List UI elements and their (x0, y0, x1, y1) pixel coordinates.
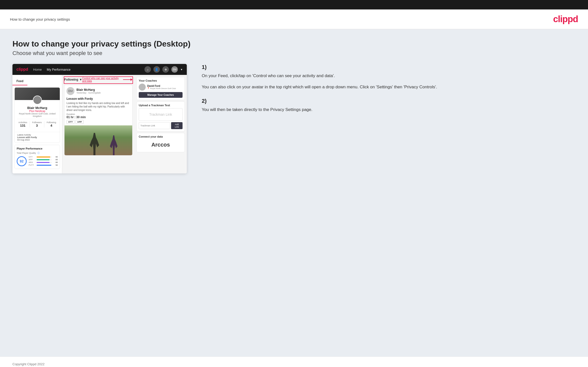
profile-badge: Plus Handicap (17, 110, 57, 112)
profile-banner (15, 88, 60, 100)
post-user-info: Blair McHarg Yesterday · Sunningdale (76, 88, 101, 94)
manage-coaches-button[interactable]: Manage Your Coaches (139, 92, 183, 98)
latest-activity: Latest Activity Lesson with Fordy 03 Aug… (15, 132, 60, 143)
trackman-card: Upload a Trackman Test Trackman Link Add… (136, 102, 185, 131)
control-privacy-link[interactable]: Control who can see your activity and da… (82, 77, 122, 82)
trackman-link-box: Trackman Link (139, 108, 183, 121)
site-header: How to change your privacy settings clip… (0, 9, 588, 29)
profile-avatar (33, 96, 42, 105)
content-row: clippd Home My Performance ⌕ 👤 ⊕ BM ▼ Fe… (12, 64, 576, 173)
coaches-card: Your Coaches David Ford 📍 Royal North De… (136, 77, 185, 100)
step-1-block: 1) On your Feed, click/tap on 'Control w… (202, 64, 571, 90)
arrow-line (123, 79, 131, 80)
stat-activities: Activities 131 (18, 121, 27, 127)
bar-app: APP 85 (29, 158, 58, 161)
post-avatar: BM (66, 87, 74, 95)
tag-app: APP (75, 120, 84, 124)
app-sidebar: Feed Blair McHarg Plus Handicap Royal No… (12, 75, 62, 173)
dropdown-arrow: ▼ (79, 78, 82, 81)
bar-putt: PUTT 96 (29, 164, 58, 166)
app-nav-icons: ⌕ 👤 ⊕ BM ▼ (144, 66, 183, 73)
search-icon[interactable]: ⌕ (144, 66, 151, 73)
top-bar (0, 0, 588, 9)
step-1-text-2: You can also click on your avatar in the… (202, 84, 571, 90)
following-section: Following ▼ Control who can see your act… (64, 77, 132, 83)
connect-data-title: Connect your data (139, 135, 183, 138)
step-2-number: 2) (202, 98, 571, 104)
coach-avatar (139, 84, 146, 91)
coach-item: David Ford 📍 Royal North Devon Golf Club (139, 84, 183, 91)
duration-value: 01 hr : 30 min (66, 115, 86, 119)
page-title-block: How to change your privacy settings (Des… (12, 39, 576, 56)
post-image (65, 125, 132, 155)
coach-club: 📍 Royal North Devon Golf Club (147, 87, 176, 90)
app-nav: clippd Home My Performance ⌕ 👤 ⊕ BM ▼ (12, 64, 187, 75)
step-2-text: You will then be taken directly to the P… (202, 106, 571, 113)
trackman-title: Upload a Trackman Test (139, 104, 183, 107)
bar-ott: OTT 90 (29, 156, 58, 158)
trackman-input-row: Add Link (139, 122, 183, 129)
step-1-number: 1) (202, 64, 571, 70)
globe-icon[interactable]: ⊕ (162, 66, 169, 73)
app-nav-home[interactable]: Home (33, 68, 42, 71)
stat-followers-value: 3 (32, 124, 42, 127)
app-nav-my-performance[interactable]: My Performance (47, 68, 70, 71)
main-content: How to change your privacy settings (Des… (0, 29, 588, 357)
quality-score: 92 (17, 156, 27, 166)
feed-post: BM Blair McHarg Yesterday · Sunningdale … (64, 85, 132, 156)
page-title: How to change your privacy settings (Des… (12, 39, 576, 49)
feed-main: Following ▼ Control who can see your act… (62, 75, 134, 173)
app-body: Feed Blair McHarg Plus Handicap Royal No… (12, 75, 187, 173)
stat-followers-label: Followers (32, 121, 42, 124)
bar-arg: ARG 86 (29, 161, 58, 163)
divider2 (44, 121, 44, 127)
profile-club: Royal North Devon Golf Club, United King… (17, 112, 57, 117)
divider (30, 121, 30, 127)
post-duration: Duration 01 hr : 30 min (66, 113, 130, 119)
stat-following-value: 4 (47, 124, 56, 127)
post-meta: Yesterday · Sunningdale (76, 92, 101, 94)
step-2-block: 2) You will then be taken directly to th… (202, 98, 571, 113)
trackman-input[interactable] (139, 122, 170, 129)
quality-bars: OTT 90 APP 85 ARG (29, 156, 58, 167)
following-button[interactable]: Following ▼ (64, 78, 82, 81)
post-title: Lesson with Fordy (66, 97, 130, 101)
add-link-button[interactable]: Add Link (171, 122, 183, 129)
arccos-brand: Arccos (139, 140, 183, 150)
person-icon[interactable]: 👤 (153, 66, 160, 73)
profile-name: Blair McHarg (17, 106, 57, 110)
feed-tab[interactable]: Feed (12, 77, 27, 85)
profile-card: Blair McHarg Plus Handicap Royal North D… (14, 87, 60, 143)
app-screenshot-mockup: clippd Home My Performance ⌕ 👤 ⊕ BM ▼ Fe… (12, 64, 187, 173)
step-1-text-1: On your Feed, click/tap on 'Control who … (202, 72, 571, 79)
coach-info: David Ford 📍 Royal North Devon Golf Club (147, 85, 176, 90)
page-subtitle: Choose what you want people to see (12, 50, 576, 56)
stat-following: Following 4 (47, 121, 56, 127)
latest-activity-label: Latest Activity (17, 134, 57, 136)
dropdown-chevron[interactable]: ▼ (180, 68, 183, 71)
location-icon: 📍 (147, 87, 150, 90)
player-performance: Player Performance Total Player Quality … (14, 145, 60, 169)
profile-stats: Activities 131 Followers 3 (17, 119, 57, 129)
instructions-panel: 1) On your Feed, click/tap on 'Control w… (197, 64, 576, 121)
user-avatar[interactable]: BM (171, 66, 178, 73)
breadcrumb: How to change your privacy settings (10, 17, 70, 21)
site-footer: Copyright Clippd 2022 (0, 357, 588, 367)
app-nav-links: Home My Performance (33, 68, 144, 71)
info-icon[interactable]: ⓘ (37, 152, 40, 154)
stat-followers: Followers 3 (32, 121, 42, 127)
stat-activities-value: 131 (18, 124, 27, 127)
quality-row: 92 OTT 90 APP 85 (17, 156, 58, 167)
coaches-card-title: Your Coaches (139, 79, 183, 82)
profile-info: Blair McHarg Plus Handicap Royal North D… (15, 100, 60, 132)
arrow-right (123, 78, 132, 81)
golfer-figure-2 (109, 135, 119, 155)
tag-ott: OTT (66, 120, 74, 124)
footer-copyright: Copyright Clippd 2022 (12, 362, 45, 366)
clippd-logo: clippd (553, 14, 578, 24)
latest-activity-name: Lesson with Fordy (17, 136, 57, 139)
arrow-head (131, 78, 132, 81)
post-body: Lesson with Fordy Looking to feel like m… (65, 97, 132, 125)
stat-following-label: Following (47, 121, 56, 124)
post-user-name: Blair McHarg (76, 88, 101, 92)
